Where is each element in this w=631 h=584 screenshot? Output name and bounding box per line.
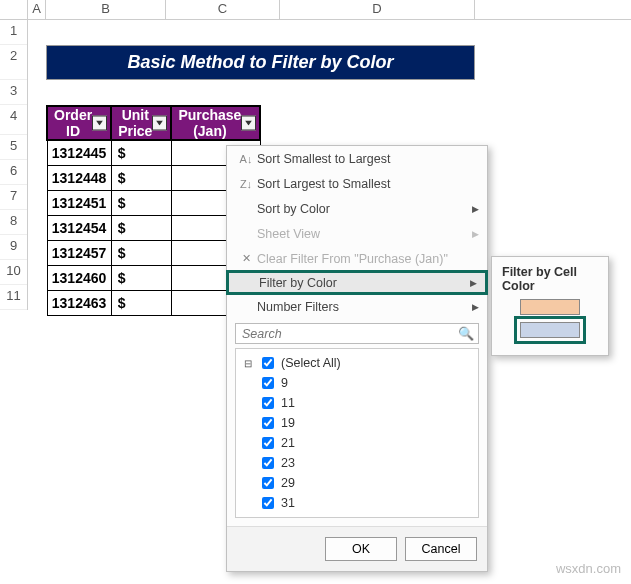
row-header-5[interactable]: 5 [0,135,27,160]
button-row: OK Cancel [227,526,487,571]
row-header-2[interactable]: 2 [0,45,27,80]
cell-price[interactable]: $ [111,215,171,240]
header-unit-price-label: Unit Price [118,107,152,139]
filter-dropdown-icon[interactable] [152,116,167,131]
tree-label: 11 [281,396,295,410]
tree-select-all[interactable]: ⊟ (Select All) [242,353,472,373]
select-all-corner[interactable] [0,0,28,19]
header-purchase-jan-label: Purchase (Jan) [178,107,241,139]
chevron-right-icon: ▶ [470,278,477,288]
row-header-7[interactable]: 7 [0,185,27,210]
header-purchase-jan[interactable]: Purchase (Jan) [171,106,260,140]
menu-sort-by-color[interactable]: Sort by Color ▶ [227,196,487,221]
col-header-D[interactable]: D [280,0,475,19]
menu-filter-by-color[interactable]: Filter by Color ▶ [226,270,488,295]
menu-sheet-view: Sheet View ▶ [227,221,487,246]
checkbox-select-all[interactable] [262,357,274,369]
color-swatch-orange[interactable] [520,299,580,315]
chevron-right-icon: ▶ [472,204,479,214]
tree-label: 31 [281,496,295,510]
collapse-icon[interactable]: ⊟ [244,358,254,369]
menu-number-filters[interactable]: Number Filters ▶ [227,294,487,319]
checkbox[interactable] [262,497,274,509]
checkbox[interactable] [262,397,274,409]
ok-button[interactable]: OK [325,537,397,561]
header-order-id-label: Order ID [54,107,92,139]
header-unit-price[interactable]: Unit Price [111,106,171,140]
menu-label: Sort by Color [257,202,330,216]
tree-label: 21 [281,436,295,450]
filter-dropdown-icon[interactable] [92,116,107,131]
row-header-1[interactable]: 1 [0,20,27,45]
tree-label: 23 [281,456,295,470]
menu-clear-filter: ✕ Clear Filter From "Purchase (Jan)" [227,246,487,271]
cancel-button[interactable]: Cancel [405,537,477,561]
tree-label: 29 [281,476,295,490]
filter-by-color-submenu: Filter by Cell Color [491,256,609,356]
chevron-right-icon: ▶ [472,302,479,312]
cell-price[interactable]: $ [111,165,171,190]
tree-item[interactable]: 31 [242,493,472,513]
tree-item[interactable]: 19 [242,413,472,433]
cell-order-id[interactable]: 1312448 [47,165,111,190]
cell-order-id[interactable]: 1312451 [47,190,111,215]
cell-price[interactable]: $ [111,140,171,165]
sort-asc-icon: A↓ [235,153,257,165]
header-order-id[interactable]: Order ID [47,106,111,140]
cell-price[interactable]: $ [111,190,171,215]
row-header-9[interactable]: 9 [0,235,27,260]
chevron-right-icon: ▶ [472,229,479,239]
page-title: Basic Method to Filter by Color [46,45,475,80]
sort-desc-icon: Z↓ [235,178,257,190]
svg-marker-0 [96,121,103,126]
menu-sort-asc[interactable]: A↓ Sort Smallest to Largest [227,146,487,171]
menu-sort-desc[interactable]: Z↓ Sort Largest to Smallest [227,171,487,196]
tree-label: 9 [281,376,288,390]
cell-price[interactable]: $ [111,290,171,315]
search-input[interactable] [235,323,479,344]
tree-item[interactable]: 23 [242,453,472,473]
tree-label: 19 [281,416,295,430]
row-header-10[interactable]: 10 [0,260,27,285]
checkbox[interactable] [262,417,274,429]
checkbox[interactable] [262,377,274,389]
menu-label: Sheet View [257,227,320,241]
search-icon: 🔍 [458,326,474,341]
column-header-row: A B C D [0,0,631,20]
submenu-title: Filter by Cell Color [500,261,600,299]
cell-order-id[interactable]: 1312457 [47,240,111,265]
cell-price[interactable]: $ [111,265,171,290]
svg-marker-2 [245,121,252,126]
row-header-11[interactable]: 11 [0,285,27,310]
checkbox[interactable] [262,437,274,449]
tree-item[interactable]: 29 [242,473,472,493]
tree-item[interactable]: 9 [242,373,472,393]
col-header-B[interactable]: B [46,0,166,19]
row-header-4[interactable]: 4 [0,105,27,135]
col-header-C[interactable]: C [166,0,280,19]
cell-order-id[interactable]: 1312454 [47,215,111,240]
watermark: wsxdn.com [556,561,621,576]
row-header-8[interactable]: 8 [0,210,27,235]
tree-item[interactable]: 21 [242,433,472,453]
checkbox[interactable] [262,477,274,489]
menu-label: Sort Smallest to Largest [257,152,390,166]
color-swatch-blue[interactable] [520,322,580,338]
row-header-3[interactable]: 3 [0,80,27,105]
cell-order-id[interactable]: 1312463 [47,290,111,315]
menu-label: Filter by Color [259,276,337,290]
row-header-6[interactable]: 6 [0,160,27,185]
clear-filter-icon: ✕ [235,252,257,265]
cell-price[interactable]: $ [111,240,171,265]
checkbox[interactable] [262,457,274,469]
svg-marker-1 [156,121,163,126]
filter-values-tree[interactable]: ⊟ (Select All) 9 11 19 21 23 29 31 [235,348,479,518]
filter-context-menu: A↓ Sort Smallest to Largest Z↓ Sort Larg… [226,145,488,572]
filter-dropdown-icon[interactable] [241,116,256,131]
cell-order-id[interactable]: 1312445 [47,140,111,165]
tree-item[interactable]: 11 [242,393,472,413]
cell-order-id[interactable]: 1312460 [47,265,111,290]
menu-label: Number Filters [257,300,339,314]
col-header-A[interactable]: A [28,0,46,19]
row-headers: 1 2 3 4 5 6 7 8 9 10 11 [0,20,28,310]
